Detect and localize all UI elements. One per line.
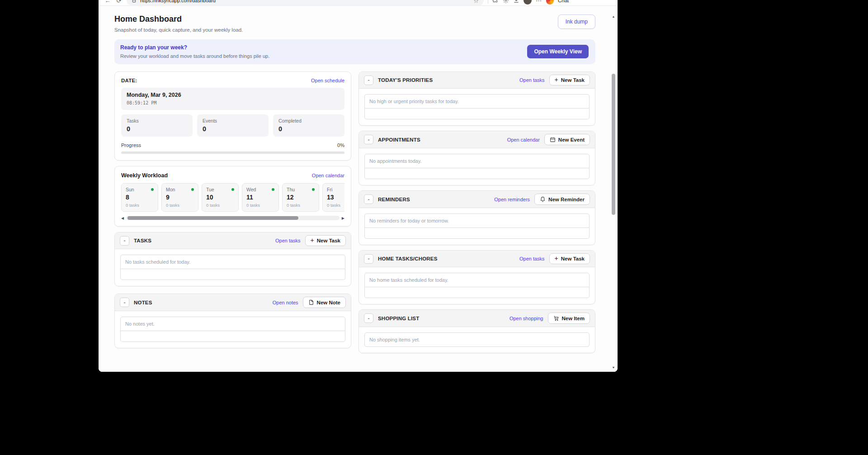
weekly-days-strip: Sun 8 0 tasks Mon 9 0 tasks Tue: [121, 183, 344, 212]
bookmark-star-icon[interactable]: ☆: [473, 0, 479, 4]
plus-icon: +: [555, 77, 558, 82]
new-item-button[interactable]: New Item: [548, 313, 590, 324]
priorities-widget-header: - TODAY'S PRIORITIES Open tasks + New Ta…: [359, 72, 595, 89]
empty-message: No notes yet.: [120, 317, 345, 331]
reminders-widget-header: - REMINDERS Open reminders New Reminder: [359, 191, 595, 208]
stat-label: Completed: [278, 118, 339, 123]
open-tasks-link[interactable]: Open tasks: [519, 256, 545, 261]
empty-row: [364, 287, 590, 298]
empty-row: [364, 228, 590, 239]
collapse-button[interactable]: -: [364, 194, 373, 204]
ink-dump-button[interactable]: Ink dump: [558, 14, 595, 29]
stat-value: 0: [127, 125, 187, 133]
stat-label: Events: [203, 118, 263, 123]
empty-message: No appointments today.: [364, 154, 590, 168]
button-label: New Task: [561, 256, 585, 261]
activity-dot: [312, 188, 315, 191]
day-cell-sun[interactable]: Sun 8 0 tasks: [121, 183, 158, 212]
new-event-button[interactable]: New Event: [544, 134, 590, 145]
browser-toolbar: ← ⟳ https://inksyncapp.com/dashboard ☆: [99, 0, 618, 6]
dashboard-page: Home Dashboard Snapshot of today, quick …: [99, 6, 618, 372]
new-task-button[interactable]: + New Task: [305, 235, 346, 246]
extensions-icon[interactable]: [492, 0, 499, 4]
empty-message: No tasks scheduled for today.: [120, 255, 345, 269]
open-notes-link[interactable]: Open notes: [273, 300, 298, 305]
progress-label: Progress: [121, 142, 141, 148]
banner-title: Ready to plan your week?: [120, 44, 269, 51]
collapse-button[interactable]: -: [364, 135, 373, 144]
downloads-icon[interactable]: [513, 0, 519, 4]
new-note-button[interactable]: New Note: [303, 297, 346, 308]
stat-events: Events 0: [197, 114, 269, 137]
collapse-button[interactable]: -: [120, 236, 129, 246]
scroll-up-icon[interactable]: ▲: [610, 15, 617, 18]
activity-dot: [151, 188, 154, 191]
open-weekly-view-button[interactable]: Open Weekly View: [527, 45, 589, 58]
page-subtitle: Snapshot of today, quick capture, and yo…: [114, 27, 243, 33]
plus-icon: +: [311, 238, 314, 243]
widget-title: APPOINTMENTS: [378, 137, 507, 142]
chat-app-icon[interactable]: [546, 0, 554, 5]
day-task-count: 0 tasks: [166, 203, 194, 208]
day-number: 11: [246, 194, 274, 201]
widget-title: SHOPPING LIST: [378, 316, 509, 321]
day-cell-mon[interactable]: Mon 9 0 tasks: [161, 183, 198, 212]
left-column: DATE: Open schedule Monday, Mar 9, 2026 …: [114, 71, 351, 348]
weekly-workload-title: Weekly Workload: [121, 172, 168, 179]
new-task-button[interactable]: + New Task: [549, 75, 590, 85]
scroll-down-icon[interactable]: ▼: [610, 366, 617, 369]
collapse-button[interactable]: -: [120, 298, 129, 307]
vertical-scrollbar[interactable]: ▲ ▼: [610, 12, 617, 372]
open-reminders-link[interactable]: Open reminders: [494, 197, 530, 202]
activity-dot: [231, 188, 234, 191]
new-task-button[interactable]: + New Task: [549, 253, 590, 264]
day-cell-tue[interactable]: Tue 10 0 tasks: [202, 183, 239, 212]
day-cell-fri[interactable]: Fri 13 0 tasks: [322, 183, 344, 212]
progress-bar: [121, 152, 344, 154]
appointments-widget: - APPOINTMENTS Open calendar New Event: [359, 131, 595, 185]
hscroll-thumb[interactable]: [127, 216, 298, 220]
shopping-list-widget: - SHOPPING LIST Open shopping New Item: [359, 309, 595, 353]
appointments-widget-header: - APPOINTMENTS Open calendar New Event: [359, 131, 595, 148]
collapse-button[interactable]: -: [364, 254, 373, 264]
notes-widget-header: - NOTES Open notes New Note: [115, 294, 351, 311]
scroll-right-icon[interactable]: ▶: [342, 216, 344, 220]
profile-avatar[interactable]: [524, 0, 532, 5]
weekly-plan-banner: Ready to plan your week? Review your wor…: [114, 39, 595, 64]
scroll-left-icon[interactable]: ◀: [121, 216, 124, 220]
open-schedule-link[interactable]: Open schedule: [311, 78, 344, 83]
empty-row: [120, 331, 345, 342]
day-number: 9: [166, 194, 194, 201]
day-cell-thu[interactable]: Thu 12 0 tasks: [282, 183, 319, 212]
hscroll-track[interactable]: [126, 216, 340, 220]
reload-icon[interactable]: ⟳: [115, 0, 123, 4]
empty-row: [364, 109, 590, 119]
stat-tasks: Tasks 0: [121, 114, 193, 137]
current-date-box: Monday, Mar 9, 2026 08:59:12 PM: [121, 88, 344, 110]
day-cell-wed[interactable]: Wed 11 0 tasks: [242, 183, 279, 212]
open-tasks-link[interactable]: Open tasks: [519, 77, 545, 83]
day-number: 12: [287, 194, 315, 201]
button-label: New Item: [562, 316, 585, 321]
address-bar[interactable]: https://inksyncapp.com/dashboard ☆: [127, 0, 484, 5]
browser-menu-icon[interactable]: ⋯: [536, 0, 542, 4]
open-calendar-link[interactable]: Open calendar: [312, 173, 344, 178]
stat-completed: Completed 0: [273, 114, 344, 137]
day-name: Wed: [246, 187, 256, 192]
collapse-button[interactable]: -: [364, 76, 373, 85]
open-shopping-link[interactable]: Open shopping: [509, 316, 543, 321]
open-tasks-link[interactable]: Open tasks: [275, 238, 301, 243]
toolbar-divider: [488, 0, 488, 4]
empty-message: No home tasks scheduled for today.: [364, 273, 590, 287]
home-tasks-widget: - HOME TASKS/CHORES Open tasks + New Tas…: [359, 250, 595, 304]
reminders-widget: - REMINDERS Open reminders New Reminder: [359, 190, 595, 245]
vscroll-thumb[interactable]: [612, 74, 615, 215]
collapse-button[interactable]: -: [364, 313, 373, 323]
open-calendar-link[interactable]: Open calendar: [507, 137, 540, 142]
tasks-widget: - TASKS Open tasks + New Task: [114, 232, 351, 286]
new-reminder-button[interactable]: New Reminder: [534, 194, 590, 205]
back-icon[interactable]: ←: [104, 0, 111, 4]
settings-icon[interactable]: [503, 0, 509, 4]
day-task-count: 0 tasks: [327, 203, 344, 208]
empty-message: No reminders for today or tomorrow.: [364, 213, 590, 228]
